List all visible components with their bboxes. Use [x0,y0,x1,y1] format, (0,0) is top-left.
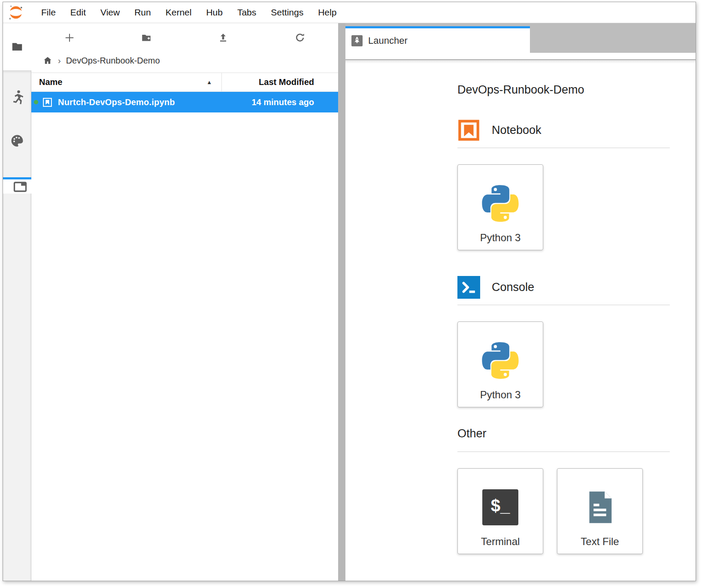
home-icon[interactable] [42,55,53,66]
dock-tab-bar: Launcher [345,23,696,53]
launcher-card-notebook-python3[interactable]: Python 3 [457,164,543,250]
column-header-name[interactable]: Name ▲ [31,73,221,91]
menu-run[interactable]: Run [127,7,158,18]
main-dock-panel: Launcher DevOps-Runbook-Demo Notebook [345,23,696,581]
terminal-icon: $_ [482,479,518,536]
menu-tabs[interactable]: Tabs [230,7,263,18]
launcher-cwd-title: DevOps-Runbook-Demo [457,83,670,97]
left-sidebar [3,23,31,581]
launcher-rocket-icon [351,35,363,46]
section-notebook-label: Notebook [492,124,542,137]
card-label: Terminal [481,536,520,548]
menu-settings[interactable]: Settings [263,7,311,18]
sidebar-inactive-area [3,70,31,581]
card-label: Text File [581,536,619,548]
upload-icon [218,32,229,43]
section-notebook-cards: Python 3 [457,164,670,250]
breadcrumb-current-folder[interactable]: DevOps-Runbook-Demo [66,56,160,66]
terminal-glyph: $_ [491,497,510,518]
menu-bar: File Edit View Run Kernel Hub Tabs Setti… [3,2,696,23]
menu-edit[interactable]: Edit [63,7,93,18]
new-folder-icon [141,32,152,43]
refresh-icon [294,32,306,43]
section-console-rule [457,305,670,305]
section-other-rule [457,452,670,452]
python-logo [479,175,522,232]
new-launcher-button[interactable] [31,32,108,43]
running-man-icon [9,89,25,105]
card-label: Python 3 [480,389,521,401]
sidebar-tab-file-browser[interactable] [3,23,31,70]
launcher-body: DevOps-Runbook-Demo Notebook [345,60,696,581]
section-other-cards: $_ Terminal [457,468,670,554]
jupyterlab-window: File Edit View Run Kernel Hub Tabs Setti… [3,2,696,581]
section-other-header: Other [457,427,670,440]
breadcrumb: › DevOps-Runbook-Demo [31,52,338,69]
menu-hub[interactable]: Hub [199,7,230,18]
body: › DevOps-Runbook-Demo Name ▲ Last Modifi… [3,23,696,581]
console-icon [457,276,480,299]
plus-icon [64,32,75,43]
section-console-header: Console [457,276,670,299]
sidebar-tab-command-palette[interactable] [9,133,25,149]
section-console-cards: Python 3 [457,321,670,407]
column-header-last-modified[interactable]: Last Modified [221,73,338,91]
new-folder-button[interactable] [108,32,185,43]
text-file-icon [582,479,618,536]
jupyter-logo [7,4,24,21]
card-label: Python 3 [480,232,521,244]
panel-splitter[interactable] [338,23,345,581]
menu-file[interactable]: File [34,7,63,18]
name-column-label: Name [39,77,62,87]
tabs-icon [12,179,28,194]
file-last-modified: 14 minutes ago [224,97,338,107]
sidebar-tab-running-sessions[interactable] [9,89,25,105]
menu-view[interactable]: View [93,7,127,18]
kernel-running-dot [34,100,38,104]
refresh-button[interactable] [261,32,338,43]
file-name: Nurtch-DevOps-Demo.ipynb [58,97,224,107]
file-list-header: Name ▲ Last Modified [31,73,338,92]
launcher-card-text-file[interactable]: Text File [557,468,643,554]
notebook-icon [457,119,480,142]
launcher-card-terminal[interactable]: $_ Terminal [457,468,543,554]
breadcrumb-separator: › [58,56,61,66]
sort-ascending-caret-icon: ▲ [206,79,212,85]
notebook-file-icon [42,97,53,108]
section-other-label: Other [457,427,487,440]
upload-button[interactable] [185,32,262,43]
folder-icon [11,40,24,53]
file-row-notebook[interactable]: Nurtch-DevOps-Demo.ipynb 14 minutes ago [31,92,338,112]
section-console-label: Console [492,281,534,294]
palette-icon [9,133,25,149]
python-logo [479,332,522,389]
section-notebook-rule [457,148,670,148]
tab-launcher-label: Launcher [368,35,408,46]
menu-help[interactable]: Help [311,7,344,18]
tab-launcher[interactable]: Launcher [345,26,530,53]
screen: File Edit View Run Kernel Hub Tabs Setti… [0,0,702,588]
file-browser-toolbar [31,23,338,52]
last-modified-column-label: Last Modified [259,77,314,87]
menu-kernel[interactable]: Kernel [158,7,199,18]
file-browser-panel: › DevOps-Runbook-Demo Name ▲ Last Modifi… [31,23,338,581]
tab-bar-underline [345,53,696,60]
section-notebook-header: Notebook [457,119,670,142]
launcher-card-console-python3[interactable]: Python 3 [457,321,543,407]
